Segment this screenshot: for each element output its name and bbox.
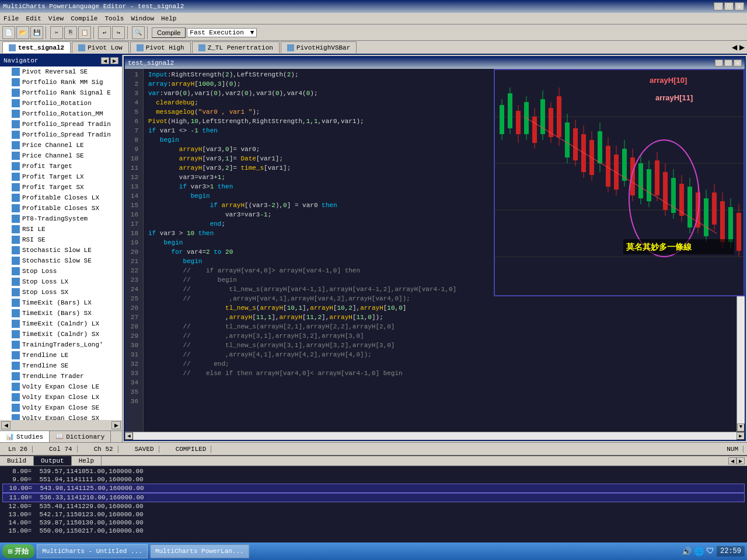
nav-item-5[interactable]: Portfolio_Spread Tradin	[0, 119, 122, 130]
tab-pivot-high-vs-bar[interactable]: PivotHighVSBar	[281, 41, 357, 53]
tab-pivot-high[interactable]: Pivot High	[130, 41, 191, 53]
tab-next-btn[interactable]: ▶	[739, 43, 745, 51]
nav-item-3[interactable]: Portfolio_Rotation	[0, 98, 122, 108]
inner-close[interactable]: ✕	[734, 60, 742, 66]
menu-view[interactable]: View	[45, 15, 67, 23]
nav-item-label: Volty Expan Close LE	[22, 383, 99, 390]
nav-item-6[interactable]: Portfolio_Spread Tradin	[0, 130, 122, 140]
bottom-tab-help[interactable]: Help	[72, 456, 102, 466]
redo-btn[interactable]: ↪	[112, 26, 125, 39]
nav-item-label: Portfolio_Rotation_MM	[22, 110, 103, 117]
nav-item-0[interactable]: Pivot Reversal SE	[0, 66, 122, 77]
save-btn[interactable]: 💾	[30, 26, 43, 39]
exec-dropdown[interactable]: Fast Execution ▼	[187, 28, 257, 37]
sep4	[147, 26, 149, 39]
tab-icon	[78, 44, 85, 51]
nav-item-25[interactable]: TimeExit (Calndr) SX	[0, 329, 122, 340]
nav-item-17[interactable]: Stochastic Slow LE	[0, 245, 122, 256]
nav-item-icon	[12, 372, 20, 380]
nav-item-26[interactable]: TrainingTraders_Long'	[0, 340, 122, 350]
nav-item-14[interactable]: PT8-TradingSystem	[0, 214, 122, 224]
nav-item-28[interactable]: Trendline SE	[0, 360, 122, 371]
new-btn[interactable]: 📄	[2, 26, 15, 39]
undo-btn[interactable]: ↩	[98, 26, 111, 39]
nav-forward-btn[interactable]: ▶	[111, 421, 121, 429]
nav-item-23[interactable]: TimeExit (Bars) SX	[0, 308, 122, 318]
inner-minimize[interactable]: _	[715, 60, 723, 66]
close-button[interactable]: ✕	[735, 2, 744, 10]
systray-icon1: 🔊	[682, 547, 692, 556]
nav-item-18[interactable]: Stochastic Slow SE	[0, 256, 122, 266]
nav-item-15[interactable]: RSI LE	[0, 224, 122, 235]
copy-btn[interactable]: ⎘	[64, 26, 77, 39]
nav-tab-studies[interactable]: 📊 Studies	[0, 431, 50, 442]
tab-z-tl[interactable]: Z_TL Penertration	[192, 41, 280, 53]
tab-pivot-low[interactable]: Pivot Low	[72, 41, 128, 53]
maximize-button[interactable]: □	[724, 2, 734, 10]
nav-tab-dictionary[interactable]: 📖 Dictionary	[50, 431, 111, 442]
nav-item-31[interactable]: Volty Expan Close LX	[0, 392, 122, 402]
nav-item-icon	[12, 362, 20, 370]
nav-item-icon	[12, 204, 20, 212]
nav-item-21[interactable]: Stop Loss SX	[0, 287, 122, 298]
output-content[interactable]: 8.00= 539.57,1141051.00,160000.00 9.00= …	[0, 466, 747, 542]
panel-scroll-right[interactable]: ▶	[736, 457, 745, 464]
bottom-tab-build[interactable]: Build	[0, 456, 34, 466]
nav-item-30[interactable]: Volty Expan Close LE	[0, 382, 122, 392]
scroll-down-btn[interactable]: ▼	[737, 424, 745, 432]
compile-button[interactable]: Compile	[152, 27, 186, 38]
tab-prev-btn[interactable]: ◀	[732, 43, 737, 51]
nav-item-29[interactable]: TrendLine Trader	[0, 371, 122, 382]
taskbar-powerlanguage[interactable]: MultiCharts PowerLan...	[150, 544, 249, 558]
menu-file[interactable]: File	[0, 15, 22, 23]
nav-item-9[interactable]: Profit Target	[0, 161, 122, 172]
nav-item-7[interactable]: Price Channel LE	[0, 140, 122, 150]
nav-item-8[interactable]: Price Channel SE	[0, 150, 122, 161]
nav-back-btn[interactable]: ◀	[1, 421, 11, 429]
cut-btn[interactable]: ✂	[50, 26, 63, 39]
minimize-button[interactable]: _	[714, 2, 723, 10]
menu-tools[interactable]: Tools	[101, 15, 127, 23]
menu-edit[interactable]: Edit	[22, 15, 44, 23]
open-btn[interactable]: 📂	[16, 26, 29, 39]
menu-compile[interactable]: Compile	[67, 15, 101, 23]
menu-window[interactable]: Window	[127, 15, 158, 23]
nav-item-16[interactable]: RSI SE	[0, 235, 122, 245]
nav-item-label: Stop Loss	[22, 268, 57, 275]
nav-item-11[interactable]: Profit Target SX	[0, 182, 122, 192]
taskbar-multicharts[interactable]: MultiCharts - Untitled ...	[37, 544, 148, 558]
nav-item-2[interactable]: Portfolio Rank Signal E	[0, 88, 122, 98]
nav-item-19[interactable]: Stop Loss	[0, 266, 122, 276]
chart-svg: arrayH[10] arrayH[11] 莫名其妙多一條線	[495, 70, 745, 296]
nav-item-24[interactable]: TimeExit (Calndr) LX	[0, 318, 122, 329]
nav-item-10[interactable]: Profit Target LX	[0, 172, 122, 182]
inner-maximize[interactable]: □	[724, 60, 732, 66]
find-btn[interactable]: 🔍	[132, 26, 145, 39]
nav-item-33[interactable]: Volty Expan Close SX	[0, 413, 122, 420]
nav-item-20[interactable]: Stop Loss LX	[0, 276, 122, 287]
bottom-tab-output[interactable]: Output	[34, 456, 72, 466]
h-scroll-track[interactable]	[133, 432, 736, 440]
nav-item-12[interactable]: Profitable Closes LX	[0, 192, 122, 203]
nav-item-icon	[12, 183, 20, 191]
nav-item-22[interactable]: TimeExit (Bars) LX	[0, 298, 122, 308]
scroll-right-btn[interactable]: ▶	[736, 432, 745, 440]
start-button[interactable]: ⊞ 开始	[2, 544, 34, 558]
tab-test-signal2[interactable]: test_signal2	[2, 41, 71, 53]
nav-item-label: Profit Target LX	[22, 173, 84, 180]
nav-item-label: Profit Target	[22, 163, 72, 170]
nav-item-32[interactable]: Volty Expan Close SE	[0, 402, 122, 413]
navigator-tabs: 📊 Studies 📖 Dictionary	[0, 430, 122, 442]
menu-help[interactable]: Help	[158, 15, 180, 23]
nav-item-1[interactable]: Portfolio Rank MM Sig	[0, 77, 122, 88]
scroll-left-btn[interactable]: ◀	[125, 432, 133, 440]
horizontal-scrollbar[interactable]: ◀ ▶	[125, 432, 745, 440]
nav-expand-btn[interactable]: ▶	[110, 57, 118, 64]
nav-item-27[interactable]: Trendline LE	[0, 350, 122, 360]
nav-item-4[interactable]: Portfolio_Rotation_MM	[0, 108, 122, 119]
panel-scroll-left[interactable]: ◀	[728, 457, 736, 464]
nav-item-13[interactable]: Profitable Closes SX	[0, 203, 122, 214]
panel-controls: ◀ ▶	[726, 456, 747, 466]
nav-close-btn[interactable]: ◀	[101, 57, 109, 64]
paste-btn[interactable]: 📋	[78, 26, 91, 39]
